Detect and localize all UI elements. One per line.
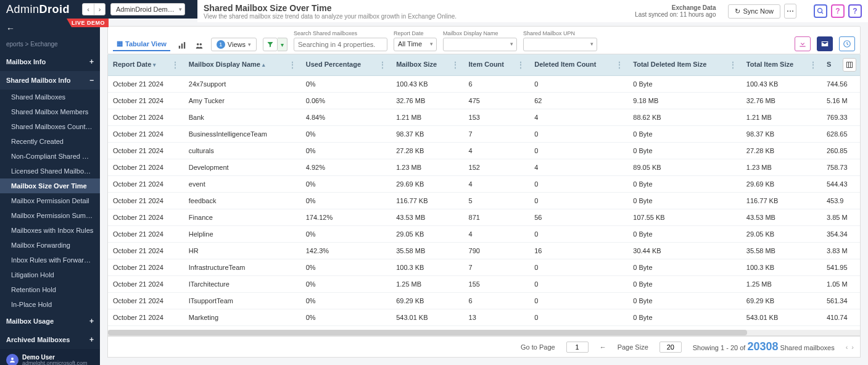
table-row[interactable]: October 21 2024feedback0%116.77 KB500 By… xyxy=(108,193,860,209)
table-row[interactable]: October 21 2024ITsupportTeam0%69.29 KB60… xyxy=(108,293,860,309)
info-icon[interactable]: ? xyxy=(848,4,862,18)
sidebar-item[interactable]: Shared Mailboxes Count by Users xyxy=(0,119,100,134)
sidebar-item[interactable]: Mailboxes with Inbox Rules xyxy=(0,223,100,238)
sidebar-section-mailbox-usage[interactable]: Mailbox Usage + xyxy=(0,312,100,330)
column-chooser-button[interactable] xyxy=(843,58,856,72)
scope-select[interactable]: AdminDroid Dem… xyxy=(110,3,185,15)
table-row[interactable]: October 21 202424x7support0%100.43 KB600… xyxy=(108,76,860,93)
sidebar-item[interactable]: Recently Created xyxy=(0,134,100,149)
nav-forward[interactable]: › xyxy=(94,4,105,15)
table-row[interactable]: October 21 2024Development4.92%1.23 MB15… xyxy=(108,159,860,176)
sidebar-section-mailbox-info[interactable]: Mailbox Info + xyxy=(0,52,100,71)
column-header[interactable]: Mailbox Size⋮ xyxy=(391,54,463,76)
sidebar-item[interactable]: Retention Hold xyxy=(0,282,100,297)
sidebar-item[interactable]: Licensed Shared Mailboxes xyxy=(0,164,100,178)
sidebar-section-label: Mailbox Info xyxy=(6,58,46,65)
column-resize-handle[interactable]: ⋮ xyxy=(809,61,817,69)
table-row[interactable]: October 21 2024ITarchitecture0%1.25 MB15… xyxy=(108,276,860,293)
sidebar-section-shared-mailbox-info[interactable]: Shared Mailbox Info − xyxy=(0,71,100,90)
sidebar-item[interactable]: Shared Mailbox Members xyxy=(0,104,100,119)
sidebar-item[interactable]: Inbox Rules with Forwarding xyxy=(0,253,100,267)
table-cell: October 21 2024 xyxy=(108,276,184,293)
table-row[interactable]: October 21 2024Marketing0%543.01 KB1300 … xyxy=(108,309,860,326)
column-header[interactable]: Used Percentage⋮ xyxy=(301,54,391,76)
sidebar-item[interactable]: Mailbox Size Over Time xyxy=(0,178,100,193)
table-cell: 475 xyxy=(464,93,530,109)
views-button[interactable]: 1 Views ▾ xyxy=(211,38,257,51)
table-cell: 0 xyxy=(529,143,628,159)
group-icon[interactable] xyxy=(194,40,205,51)
nav-arrows: ‹ › xyxy=(82,3,105,15)
column-resize-handle[interactable]: ⋮ xyxy=(379,61,386,69)
table-row[interactable]: October 21 2024Finance174.12%43.53 MB871… xyxy=(108,209,860,226)
global-search-icon[interactable] xyxy=(814,4,827,18)
table-row[interactable]: October 21 2024event0%29.69 KB400 Byte29… xyxy=(108,176,860,193)
goto-submit[interactable]: ← xyxy=(600,343,606,351)
upn-select[interactable] xyxy=(523,38,597,51)
brand-suffix: Droid xyxy=(39,3,70,15)
column-resize-handle[interactable]: ⋮ xyxy=(729,61,737,69)
tabular-view-tab[interactable]: ▦ Tabular View xyxy=(113,37,170,51)
table-row[interactable]: October 21 2024culturals0%27.28 KB400 By… xyxy=(108,143,860,159)
column-resize-handle[interactable]: ⋮ xyxy=(289,61,296,69)
sidebar-item[interactable]: Mailbox Permission Detail xyxy=(0,193,100,208)
filter-dropdown[interactable]: ▾ xyxy=(278,38,287,51)
sidebar-item[interactable]: Litigation Hold xyxy=(0,267,100,282)
goto-page-input[interactable] xyxy=(566,342,589,353)
search-input[interactable] xyxy=(294,38,387,51)
column-header[interactable]: Report Date▾⋮ xyxy=(108,54,184,76)
table-row[interactable]: October 21 2024HR142.3%35.58 MB7901630.4… xyxy=(108,243,860,259)
sync-now-button[interactable]: ↻ Sync Now xyxy=(728,4,780,19)
display-name-select[interactable] xyxy=(443,38,517,51)
table-cell: 100.3 KB xyxy=(742,259,822,276)
schedule-button[interactable] xyxy=(839,36,855,51)
table-cell: 153 xyxy=(464,109,530,126)
user-block[interactable]: Demo User admelght.onmicrosoft.com xyxy=(0,349,100,365)
svg-point-7 xyxy=(199,43,202,46)
horizontal-scrollbar[interactable] xyxy=(108,330,860,335)
email-button[interactable] xyxy=(817,36,833,51)
table-cell: October 21 2024 xyxy=(108,109,184,126)
table-row[interactable]: October 21 2024Amy Tucker0.06%32.76 MB47… xyxy=(108,93,860,109)
table-cell: Marketing xyxy=(184,309,301,326)
table-cell: 27.28 KB xyxy=(391,143,463,159)
upn-label: Shared Mailbox UPN xyxy=(523,30,597,36)
sidebar-item[interactable]: Mailbox Permission Summary xyxy=(0,208,100,223)
column-header[interactable]: Item Count⋮ xyxy=(464,54,530,76)
column-resize-handle[interactable]: ⋮ xyxy=(172,61,179,69)
pagesize-input[interactable] xyxy=(659,342,682,353)
table-row[interactable]: October 21 2024InfrastructureTeam0%100.3… xyxy=(108,259,860,276)
table-row[interactable]: October 21 2024BusinessIntelligenceTeam0… xyxy=(108,126,860,143)
sync-more-button[interactable]: ⋯ xyxy=(784,4,796,19)
column-header[interactable]: Total Deleted Item Size⋮ xyxy=(628,54,742,76)
table-row[interactable]: October 21 2024Bank4.84%1.21 MB153488.62… xyxy=(108,109,860,126)
table-cell: 4 xyxy=(464,143,530,159)
column-header[interactable]: Mailbox Display Name▴⋮ xyxy=(184,54,301,76)
column-resize-handle[interactable]: ⋮ xyxy=(517,61,524,69)
table-cell: 0 Byte xyxy=(628,276,742,293)
table-cell: Helpline xyxy=(184,226,301,243)
user-email: admelght.onmicrosoft.com xyxy=(22,361,88,365)
download-button[interactable] xyxy=(795,36,811,51)
sidebar-item[interactable]: Shared Mailboxes xyxy=(0,90,100,104)
table-cell: 100.43 KB xyxy=(742,76,822,93)
column-header[interactable]: Deleted Item Count⋮ xyxy=(529,54,628,76)
sidebar-item[interactable]: Mailbox Forwarding xyxy=(0,238,100,253)
page-prev[interactable]: ‹ xyxy=(846,343,848,351)
column-header[interactable]: Total Item Size⋮ xyxy=(742,54,822,76)
sidebar-item[interactable]: Non-Compliant Shared Mailboxes xyxy=(0,149,100,164)
column-resize-handle[interactable]: ⋮ xyxy=(452,61,459,69)
page-next[interactable]: › xyxy=(851,343,854,351)
nav-back[interactable]: ‹ xyxy=(83,4,94,15)
table-cell: 1.25 MB xyxy=(742,276,822,293)
sidebar-section-archived-mailboxes[interactable]: Archived Mailboxes + xyxy=(0,330,100,349)
filter-button[interactable] xyxy=(263,38,278,51)
sidebar-item[interactable]: In-Place Hold xyxy=(0,297,100,312)
help-icon[interactable]: ? xyxy=(831,4,845,18)
pager: ‹ › xyxy=(846,343,854,351)
table-row[interactable]: October 21 2024Helpline0%29.05 KB400 Byt… xyxy=(108,226,860,243)
tabular-label: Tabular View xyxy=(125,40,167,48)
report-date-select[interactable]: All Time xyxy=(394,38,437,51)
column-resize-handle[interactable]: ⋮ xyxy=(616,61,623,69)
chart-view-icon[interactable] xyxy=(176,40,188,51)
